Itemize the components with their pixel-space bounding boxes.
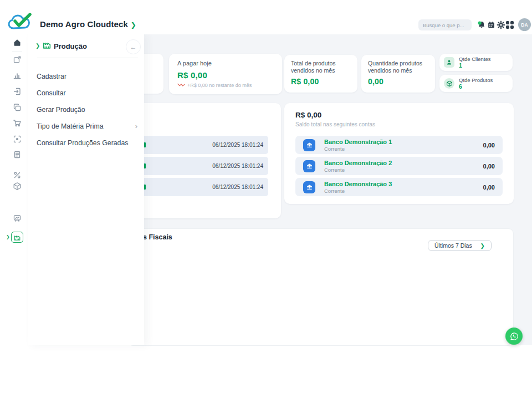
- menu-label: Gerar Produção: [37, 106, 85, 114]
- sidebar-item-tipo-materia-prima[interactable]: Tipo de Matéria Prima ›: [37, 121, 139, 131]
- menu-label: Tipo de Matéria Prima: [37, 122, 104, 130]
- whatsapp-button[interactable]: [505, 328, 523, 345]
- factory-icon: [42, 40, 52, 52]
- stat-card-qty-sold: Quantidade produtos vendidos no mês 0,00: [361, 55, 435, 93]
- menu-label: Consultar Produções Geradas: [37, 139, 128, 147]
- percent-icon[interactable]: [13, 171, 22, 180]
- counter-label: Qtde Clientes: [459, 56, 491, 62]
- counter-card-clients: Qtde Clientes 1: [439, 54, 513, 71]
- bank-account-row[interactable]: Banco Demonstração 1 Corrente 0,00: [295, 136, 503, 154]
- settings-gear-icon[interactable]: [497, 21, 505, 29]
- top-header: Demo Agro Cloudteck❯ DA: [0, 0, 532, 34]
- chevron-right-icon: ›: [135, 124, 137, 129]
- stat-value: R$ 0,00: [291, 77, 351, 86]
- edit-icon[interactable]: [13, 55, 22, 64]
- trend-down-icon: [177, 83, 185, 88]
- stat-label: Quantidade produtos vendidos no mês: [368, 60, 428, 74]
- sidebar-divider: [37, 58, 138, 58]
- rail-divider: [12, 52, 22, 52]
- sidebar-item-cadastrar[interactable]: Cadastrar: [37, 71, 139, 81]
- balance-total: R$ 0,00: [295, 111, 514, 119]
- production-factory-icon[interactable]: [11, 232, 23, 243]
- icon-rail: ❯: [0, 34, 29, 345]
- activity-timestamp: 06/12/2025 18:01:24: [212, 184, 263, 190]
- balance-card: R$ 0,00 Saldo total nas seguintes contas…: [284, 103, 514, 204]
- stat-label: A pagar hoje: [177, 60, 274, 67]
- chevron-right-icon: ❯: [35, 43, 40, 49]
- bank-icon: [303, 181, 315, 193]
- sidebar-item-consultar-producoes[interactable]: Consultar Produções Geradas: [37, 138, 139, 147]
- notifications-bell-icon[interactable]: [477, 21, 486, 29]
- activity-card: 06/12/2025 18:01:24 06/12/2025 18:01:24 …: [127, 103, 281, 218]
- bar-chart-icon[interactable]: [13, 71, 22, 80]
- sidebar-item-consultar[interactable]: Consultar: [37, 88, 139, 98]
- bank-icon: [303, 139, 315, 151]
- bank-type: Corrente: [324, 188, 392, 194]
- bank-name: Banco Demonstração 3: [324, 181, 392, 187]
- bank-type: Corrente: [324, 167, 392, 173]
- cart-icon[interactable]: [13, 119, 22, 127]
- presentation-icon[interactable]: [13, 214, 22, 223]
- bank-account-row[interactable]: Banco Demonstração 2 Corrente 0,00: [295, 157, 503, 175]
- counter-value: 6: [459, 83, 493, 90]
- stat-card-total-sold: Total de produtos vendidos no mês R$ 0,0…: [284, 55, 357, 93]
- avatar[interactable]: DA: [518, 18, 531, 31]
- sidebar-item-gerar-producao[interactable]: Gerar Produção: [37, 105, 139, 114]
- bank-account-row[interactable]: Banco Demonstração 3 Corrente 0,00: [295, 178, 503, 196]
- apps-grid-icon[interactable]: [506, 21, 515, 30]
- period-filter-button[interactable]: Últimos 7 Dias ❯: [428, 240, 492, 251]
- stat-label: Total de produtos vendidos no mês: [291, 60, 351, 74]
- package-icon[interactable]: [13, 182, 22, 191]
- activity-row: 06/12/2025 18:01:24: [131, 178, 268, 196]
- stat-footnote: +R$ 0,00 no restante do mês: [187, 83, 252, 88]
- fiscal-heading: s Fiscais: [143, 233, 172, 241]
- bank-type: Corrente: [324, 146, 392, 152]
- home-icon[interactable]: [13, 38, 22, 47]
- sidebar-section-title: Produção: [54, 42, 87, 50]
- counter-label: Qtde Produtos: [459, 77, 493, 83]
- stat-value: R$ 0,00: [177, 70, 274, 80]
- app-title: Demo Agro Cloudteck❯: [40, 19, 136, 29]
- bank-amount: 0,00: [483, 163, 495, 170]
- counter-card-products: Qtde Produtos 6: [439, 75, 513, 92]
- app-window: A pagar hoje R$ 0,00 +R$ 0,00 no restant…: [0, 0, 532, 399]
- activity-row: 06/12/2025 18:01:24: [131, 157, 268, 175]
- bank-name: Banco Demonstração 2: [324, 160, 392, 166]
- filter-label: Últimos 7 Dias: [434, 242, 472, 249]
- cube-icon: [444, 78, 454, 89]
- login-icon[interactable]: [13, 87, 22, 96]
- scan-icon[interactable]: [13, 135, 22, 144]
- stat-card-pay-today: A pagar hoje R$ 0,00 +R$ 0,00 no restant…: [169, 54, 282, 94]
- bank-amount: 0,00: [483, 184, 495, 191]
- menu-label: Cadastrar: [37, 73, 66, 80]
- sidebar-panel: ❯ Produção ← Cadastrar Consultar Gerar P…: [28, 34, 144, 345]
- app-logo: [7, 11, 33, 35]
- bank-amount: 0,00: [483, 142, 495, 149]
- chevron-right-icon: ❯: [131, 21, 136, 29]
- menu-label: Consultar: [37, 89, 66, 97]
- bank-name: Banco Demonstração 1: [324, 139, 392, 145]
- collapse-sidebar-button[interactable]: ←: [126, 39, 141, 54]
- chevron-right-icon: ❯: [480, 243, 485, 249]
- activity-timestamp: 06/12/2025 18:01:24: [212, 142, 263, 148]
- activity-timestamp: 06/12/2025 18:01:24: [212, 163, 263, 169]
- user-icon: [444, 57, 454, 68]
- counter-value: 1: [459, 62, 491, 69]
- chevron-right-icon: ❯: [6, 234, 10, 239]
- stat-value: 0,00: [368, 77, 428, 86]
- bank-icon: [303, 160, 315, 172]
- calendar-icon[interactable]: [487, 21, 496, 29]
- balance-subtitle: Saldo total nas seguintes contas: [295, 121, 514, 127]
- activity-row: 06/12/2025 18:01:24: [131, 136, 268, 154]
- document-icon[interactable]: [13, 150, 22, 159]
- copy-icon[interactable]: [13, 103, 22, 112]
- search-input[interactable]: [418, 19, 472, 30]
